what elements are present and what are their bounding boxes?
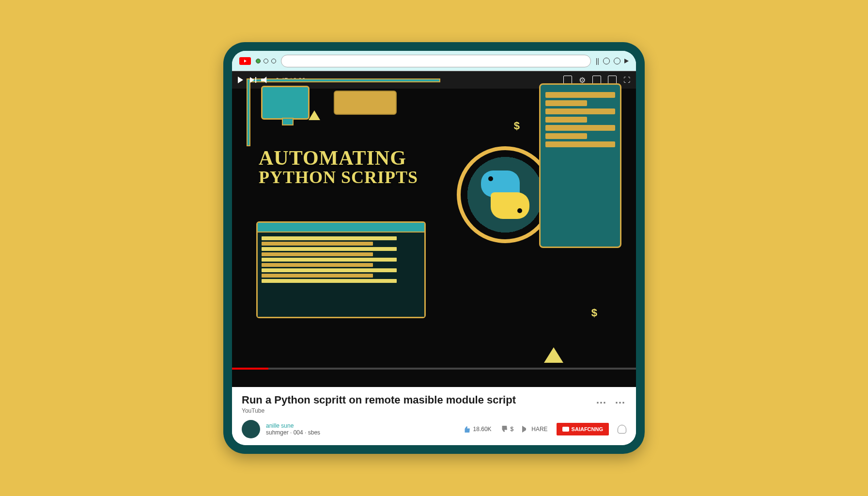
share-label: HARE: [531, 426, 547, 433]
panel-row: [545, 100, 587, 106]
code-line: [262, 279, 397, 283]
code-line: [262, 252, 373, 256]
dollar-icon: $: [514, 120, 520, 132]
channel-name[interactable]: anille sune: [266, 422, 320, 429]
subscribe-label: SAIAFCNNG: [572, 426, 603, 432]
video-info: Run a Python scpritt on remote masible m…: [232, 387, 636, 445]
progress-bar[interactable]: [232, 368, 636, 370]
panel-row: [545, 117, 587, 123]
like-count: 18.60K: [473, 426, 492, 433]
video-title-row: Run a Python scpritt on remote masible m…: [242, 394, 626, 406]
thumbnail-title: AUTOMATING PYTHON SCRIPTS: [259, 146, 418, 187]
code-line: [262, 247, 397, 251]
video-player[interactable]: $ $ AUTOMATING PYTHON SCRIPTS: [232, 71, 636, 387]
thumbs-up-icon: [463, 426, 471, 433]
panel-row: [545, 125, 615, 131]
dollar-icon: $: [591, 307, 597, 319]
browser-topbar: ||: [232, 51, 636, 71]
thumbs-down-icon: [500, 426, 508, 433]
subscribe-button[interactable]: SAIAFCNNG: [557, 423, 609, 435]
pipe: [247, 78, 440, 82]
monitor-icon: [261, 86, 310, 120]
video-meta: anille sune suhmger · 004 · sbes 18.60K …: [242, 420, 626, 438]
bell-icon[interactable]: [618, 425, 626, 434]
python-symbol: [476, 166, 534, 224]
url-bar[interactable]: [281, 55, 591, 67]
tablet-frame: || $ $ AUTOMATING PYTHON SCRIPTS: [223, 42, 645, 454]
code-line: [262, 258, 397, 262]
circle-icon[interactable]: [614, 58, 620, 64]
dislike-button[interactable]: $: [500, 426, 514, 433]
terminal-icon: [256, 221, 426, 318]
platform-label: YouTube: [242, 407, 626, 414]
code-line: [262, 268, 397, 272]
pipe: [247, 78, 250, 146]
screen: || $ $ AUTOMATING PYTHON SCRIPTS: [232, 51, 636, 445]
video-title: Run a Python scpritt on remote masible m…: [242, 394, 516, 406]
code-line: [262, 242, 373, 246]
more-icon[interactable]: …: [615, 394, 626, 406]
code-line: [262, 236, 397, 240]
more-icon[interactable]: …: [596, 394, 607, 406]
video-thumbnail: $ $ AUTOMATING PYTHON SCRIPTS: [232, 71, 636, 387]
channel-meta: suhmger · 004 · sbes: [266, 429, 320, 436]
keyboard-icon: [334, 91, 397, 115]
next-icon: [250, 77, 254, 83]
video-actions: 18.60K $ HARE SAIAFCNNG: [463, 423, 626, 435]
traffic-dot[interactable]: [256, 59, 261, 63]
terminal-header: [258, 223, 424, 232]
warning-icon: [544, 347, 563, 363]
share-button[interactable]: HARE: [522, 426, 547, 433]
circle-icon[interactable]: [603, 58, 610, 64]
window-dots: [256, 59, 276, 63]
divider-icon: ||: [596, 57, 599, 65]
panel-row: [545, 133, 587, 139]
like-button[interactable]: 18.60K: [463, 426, 492, 433]
terminal-body: [258, 232, 424, 317]
code-line: [262, 263, 373, 267]
play-icon[interactable]: [624, 59, 629, 63]
python-yellow: [491, 192, 529, 219]
browser-right-controls: ||: [596, 57, 629, 65]
youtube-icon[interactable]: [239, 57, 251, 65]
channel-info: anille sune suhmger · 004 · sbes: [266, 422, 320, 436]
thumbnail-title-line2: PYTHON SCRIPTS: [259, 167, 418, 187]
thumbnail-art: $ $ AUTOMATING PYTHON SCRIPTS: [232, 71, 636, 387]
channel-avatar[interactable]: [242, 420, 260, 438]
warning-icon: [309, 110, 320, 120]
progress-fill: [232, 368, 268, 370]
dislike-label: $: [511, 426, 514, 433]
thumbnail-title-line1: AUTOMATING: [259, 146, 418, 170]
panel-row: [545, 92, 615, 98]
traffic-dot[interactable]: [264, 59, 268, 63]
panel-row: [545, 141, 615, 147]
code-line: [262, 274, 373, 278]
next-button[interactable]: [250, 77, 254, 83]
share-icon: [522, 426, 529, 433]
ui-panel-icon: [539, 83, 621, 248]
panel-row: [545, 108, 615, 114]
traffic-dot[interactable]: [271, 59, 276, 63]
